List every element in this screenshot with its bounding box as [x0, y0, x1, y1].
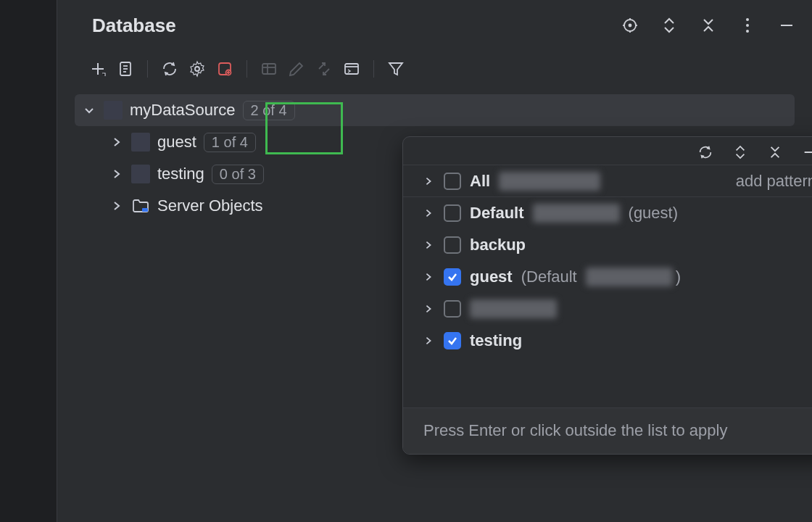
folder-icon	[131, 198, 150, 214]
chevron-down-icon[interactable]	[82, 103, 96, 117]
tree-root-label: myDataSource	[130, 101, 236, 120]
table-view-icon[interactable]	[256, 56, 282, 82]
datasource-icon	[104, 101, 123, 120]
checkbox-checked[interactable]	[444, 268, 461, 286]
redacted-text	[470, 299, 557, 318]
minimize-icon[interactable]	[802, 144, 812, 160]
titlebar-actions	[621, 16, 796, 35]
tree-item-badge[interactable]: 1 of 4	[204, 133, 256, 152]
panel-title: Database	[92, 14, 176, 37]
add-pattern-link[interactable]: add pattern	[736, 172, 812, 191]
redacted-text	[499, 172, 600, 191]
toolbar-separator	[246, 60, 247, 78]
svg-rect-27	[142, 208, 148, 212]
popup-item-sub: (guest)	[629, 204, 678, 223]
schema-icon	[131, 133, 150, 152]
tree-root-badge[interactable]: 2 of 4	[243, 101, 295, 120]
filter-icon[interactable]	[383, 56, 409, 82]
chevron-right-icon[interactable]	[422, 175, 435, 188]
popup-toolbar	[403, 137, 812, 165]
svg-rect-24	[345, 64, 358, 74]
popup-row-all[interactable]: All add pattern	[403, 165, 812, 197]
target-icon[interactable]	[621, 16, 639, 35]
popup-row-backup[interactable]: backup	[403, 229, 812, 261]
script-icon[interactable]	[112, 56, 138, 82]
popup-footer: Press Enter or click outside the list to…	[403, 407, 812, 454]
collapse-all-icon[interactable]	[767, 144, 783, 160]
svg-point-1	[629, 25, 631, 27]
popup-list-spacer	[403, 357, 812, 407]
expand-collapse-icon[interactable]	[732, 144, 748, 160]
tree-item-label: testing	[157, 165, 204, 183]
popup-item-sub-prefix: (Default	[521, 268, 577, 286]
popup-row-guest[interactable]: guest (Default )	[403, 261, 812, 293]
more-options-icon[interactable]	[738, 16, 757, 35]
svg-marker-26	[389, 63, 402, 75]
chevron-right-icon[interactable]	[422, 334, 435, 347]
tree-item-badge[interactable]: 0 of 3	[212, 165, 264, 184]
checkbox[interactable]	[444, 236, 461, 254]
schema-icon	[131, 165, 150, 183]
settings-icon[interactable]	[184, 56, 210, 82]
checkbox[interactable]	[444, 173, 461, 190]
popup-item-label: Default	[470, 204, 524, 223]
query-console-icon[interactable]	[339, 56, 365, 82]
checkbox[interactable]	[444, 204, 461, 222]
disconnect-icon[interactable]	[212, 56, 238, 82]
tree-item-label: guest	[157, 133, 196, 152]
popup-row-redacted[interactable]	[403, 293, 812, 325]
toolbar-separator	[147, 60, 148, 78]
chevron-right-icon[interactable]	[422, 270, 435, 283]
schema-selector-popup: All add pattern Default (guest) backup	[402, 136, 812, 455]
chevron-right-icon[interactable]	[422, 239, 435, 252]
popup-item-label: backup	[470, 236, 526, 254]
panel-titlebar: Database	[57, 0, 812, 51]
edit-icon[interactable]	[283, 56, 310, 82]
popup-row-default[interactable]: Default (guest)	[403, 197, 812, 229]
svg-point-7	[746, 24, 749, 27]
svg-point-16	[195, 67, 199, 71]
collapse-all-icon[interactable]	[699, 16, 718, 35]
svg-rect-21	[262, 64, 276, 74]
database-tool-panel: Database	[57, 0, 812, 522]
svg-point-8	[746, 30, 749, 33]
refresh-icon[interactable]	[157, 56, 183, 82]
checkbox-checked[interactable]	[444, 332, 461, 349]
popup-row-testing[interactable]: testing	[403, 325, 812, 357]
popup-list: All add pattern Default (guest) backup	[403, 165, 812, 407]
popup-item-label: All	[470, 172, 490, 191]
expand-collapse-icon[interactable]	[660, 16, 679, 35]
chevron-right-icon[interactable]	[109, 135, 124, 149]
svg-point-6	[746, 18, 749, 21]
refresh-icon[interactable]	[697, 144, 713, 160]
tree-root-row[interactable]: myDataSource 2 of 4	[75, 94, 795, 126]
popup-item-sub-suffix: )	[676, 268, 681, 286]
tree-item-label: Server Objects	[157, 196, 263, 215]
chevron-right-icon[interactable]	[109, 199, 124, 213]
database-toolbar	[57, 51, 812, 87]
redacted-text	[586, 268, 673, 286]
redacted-text	[533, 204, 620, 223]
checkbox[interactable]	[444, 300, 461, 318]
chevron-right-icon[interactable]	[109, 167, 124, 181]
chevron-right-icon[interactable]	[422, 302, 435, 315]
add-datasource-icon[interactable]	[85, 56, 111, 82]
popup-item-label: testing	[470, 331, 522, 350]
popup-item-label: guest	[470, 268, 513, 286]
chevron-right-icon[interactable]	[422, 207, 435, 220]
minimize-panel-icon[interactable]	[777, 16, 796, 35]
jump-to-source-icon[interactable]	[311, 56, 337, 82]
toolbar-separator	[373, 60, 374, 78]
